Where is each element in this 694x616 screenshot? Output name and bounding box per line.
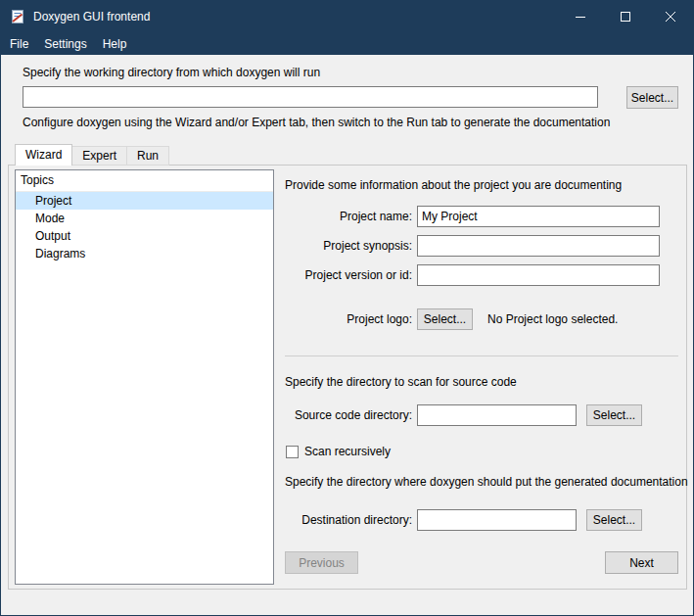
menu-settings[interactable]: Settings: [36, 32, 94, 55]
project-version-label: Project version or id:: [285, 264, 412, 286]
project-name-label: Project name:: [285, 206, 412, 227]
menubar: File Settings Help: [1, 32, 693, 55]
tab-run[interactable]: Run: [126, 146, 169, 166]
minimize-icon: [576, 12, 585, 22]
menu-file[interactable]: File: [2, 32, 36, 55]
scan-recursively-row: Scan recursively: [286, 445, 391, 458]
app-window: Doxygen GUI frontend File Settings Help …: [0, 0, 694, 616]
project-synopsis-label: Project synopsis:: [285, 235, 412, 257]
scan-recursively-checkbox[interactable]: [286, 446, 299, 458]
project-version-input[interactable]: [417, 264, 660, 286]
source-directory-select-button[interactable]: Select...: [586, 404, 642, 426]
topic-item-output[interactable]: Output: [16, 227, 273, 245]
next-button[interactable]: Next: [605, 551, 678, 574]
tab-bar: Wizard Expert Run: [15, 144, 168, 166]
project-logo-label: Project logo:: [285, 308, 412, 330]
tab-wizard[interactable]: Wizard: [15, 144, 72, 166]
topics-header: Topics: [16, 170, 273, 192]
destination-directory-input[interactable]: [417, 509, 577, 531]
maximize-icon: [621, 12, 630, 22]
destination-directory-select-button[interactable]: Select...: [586, 509, 642, 531]
topic-item-mode[interactable]: Mode: [16, 210, 273, 227]
configure-hint: Configure doxygen using the Wizard and/o…: [23, 116, 610, 129]
destination-directory-label: Destination directory:: [285, 509, 412, 531]
app-icon: [10, 9, 25, 24]
project-synopsis-input[interactable]: [417, 235, 660, 257]
working-directory-label: Specify the working directory from which…: [23, 66, 320, 79]
maximize-button[interactable]: [603, 1, 648, 32]
working-directory-select-button[interactable]: Select...: [626, 86, 678, 109]
project-intro-text: Provide some information about the proje…: [285, 178, 622, 192]
menu-help[interactable]: Help: [95, 32, 135, 55]
project-form-panel: Provide some information about the proje…: [285, 170, 678, 586]
close-icon: [666, 12, 675, 22]
window-controls: [558, 1, 693, 32]
topic-item-diagrams[interactable]: Diagrams: [16, 245, 273, 262]
tab-expert[interactable]: Expert: [71, 146, 127, 166]
topics-panel: Topics Project Mode Output Diagrams: [15, 169, 274, 585]
source-directory-label: Source code directory:: [285, 404, 412, 426]
source-directory-input[interactable]: [417, 404, 577, 426]
window-title: Doxygen GUI frontend: [33, 10, 558, 24]
working-directory-input[interactable]: [23, 86, 598, 108]
project-name-input[interactable]: [417, 206, 660, 227]
destination-section-intro: Specify the directory where doxygen shou…: [285, 475, 688, 489]
titlebar: Doxygen GUI frontend: [1, 1, 693, 32]
section-separator: [285, 355, 678, 356]
wizard-tab-page: Topics Project Mode Output Diagrams Prov…: [8, 165, 687, 590]
topic-item-project[interactable]: Project: [16, 192, 273, 210]
source-section-intro: Specify the directory to scan for source…: [285, 375, 517, 389]
close-button[interactable]: [648, 1, 693, 32]
project-logo-select-button[interactable]: Select...: [417, 308, 473, 330]
project-logo-status: No Project logo selected.: [487, 308, 618, 330]
minimize-button[interactable]: [558, 1, 603, 32]
previous-button: Previous: [285, 551, 358, 574]
scan-recursively-label: Scan recursively: [304, 445, 391, 458]
